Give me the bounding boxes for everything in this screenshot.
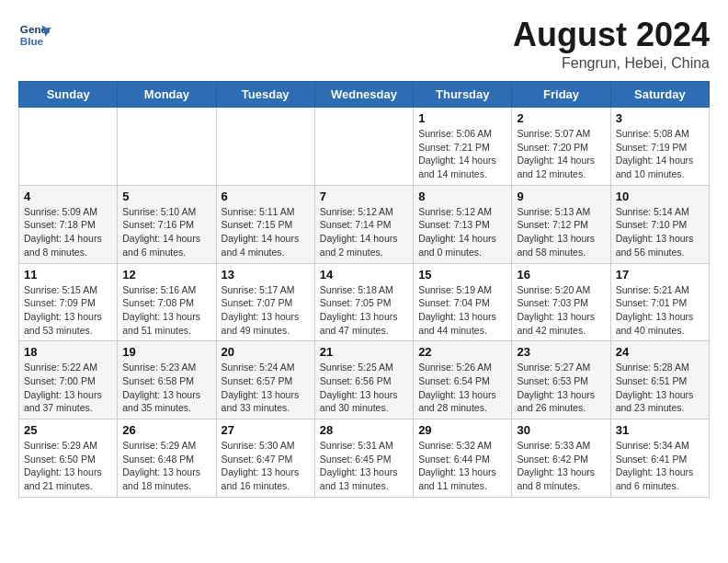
day-cell: 24Sunrise: 5:28 AM Sunset: 6:51 PM Dayli… <box>610 341 709 419</box>
day-info: Sunrise: 5:27 AM Sunset: 6:53 PM Dayligh… <box>517 361 605 415</box>
day-info: Sunrise: 5:28 AM Sunset: 6:51 PM Dayligh… <box>616 361 704 415</box>
day-info: Sunrise: 5:12 AM Sunset: 7:13 PM Dayligh… <box>418 205 506 259</box>
weekday-header-thursday: Thursday <box>414 82 512 108</box>
day-cell: 4Sunrise: 5:09 AM Sunset: 7:18 PM Daylig… <box>19 185 118 263</box>
day-number: 29 <box>418 423 506 437</box>
day-number: 18 <box>24 345 112 359</box>
week-row-1: 1Sunrise: 5:06 AM Sunset: 7:21 PM Daylig… <box>19 108 710 186</box>
day-number: 25 <box>24 423 112 437</box>
day-cell: 13Sunrise: 5:17 AM Sunset: 7:07 PM Dayli… <box>216 263 314 341</box>
day-cell: 29Sunrise: 5:32 AM Sunset: 6:44 PM Dayli… <box>414 419 512 498</box>
day-cell: 1Sunrise: 5:06 AM Sunset: 7:21 PM Daylig… <box>414 108 512 186</box>
day-number: 11 <box>24 268 112 282</box>
day-cell: 21Sunrise: 5:25 AM Sunset: 6:56 PM Dayli… <box>314 341 413 419</box>
day-number: 9 <box>517 190 605 203</box>
logo: General Blue <box>18 18 51 52</box>
day-cell: 18Sunrise: 5:22 AM Sunset: 7:00 PM Dayli… <box>19 341 118 419</box>
day-cell: 31Sunrise: 5:34 AM Sunset: 6:41 PM Dayli… <box>610 419 709 498</box>
day-info: Sunrise: 5:29 AM Sunset: 6:48 PM Dayligh… <box>122 439 210 493</box>
day-number: 14 <box>320 268 408 282</box>
day-cell: 14Sunrise: 5:18 AM Sunset: 7:05 PM Dayli… <box>314 263 413 341</box>
day-info: Sunrise: 5:14 AM Sunset: 7:10 PM Dayligh… <box>616 205 704 259</box>
weekday-header-monday: Monday <box>118 82 216 108</box>
day-number: 23 <box>517 345 605 359</box>
weekday-header-sunday: Sunday <box>19 82 118 108</box>
header: General Blue August 2024 Fengrun, Hebei,… <box>18 18 710 72</box>
day-info: Sunrise: 5:26 AM Sunset: 6:54 PM Dayligh… <box>418 361 506 415</box>
day-number: 28 <box>320 423 408 437</box>
day-info: Sunrise: 5:25 AM Sunset: 6:56 PM Dayligh… <box>320 361 408 415</box>
day-info: Sunrise: 5:06 AM Sunset: 7:21 PM Dayligh… <box>418 127 506 181</box>
day-number: 16 <box>517 268 605 282</box>
day-cell: 12Sunrise: 5:16 AM Sunset: 7:08 PM Dayli… <box>118 263 216 341</box>
day-info: Sunrise: 5:20 AM Sunset: 7:03 PM Dayligh… <box>517 283 605 338</box>
weekday-header-row: SundayMondayTuesdayWednesdayThursdayFrid… <box>19 82 710 108</box>
day-cell: 23Sunrise: 5:27 AM Sunset: 6:53 PM Dayli… <box>512 341 610 419</box>
day-info: Sunrise: 5:33 AM Sunset: 6:42 PM Dayligh… <box>517 439 605 493</box>
day-cell: 10Sunrise: 5:14 AM Sunset: 7:10 PM Dayli… <box>610 185 709 263</box>
location-subtitle: Fengrun, Hebei, China <box>513 55 710 72</box>
day-number: 24 <box>616 345 704 359</box>
day-info: Sunrise: 5:21 AM Sunset: 7:01 PM Dayligh… <box>616 283 704 338</box>
day-number: 21 <box>320 345 408 359</box>
calendar-body: 1Sunrise: 5:06 AM Sunset: 7:21 PM Daylig… <box>19 108 710 498</box>
day-cell: 19Sunrise: 5:23 AM Sunset: 6:58 PM Dayli… <box>118 341 216 419</box>
weekday-header-friday: Friday <box>512 82 610 108</box>
day-cell: 22Sunrise: 5:26 AM Sunset: 6:54 PM Dayli… <box>414 341 512 419</box>
day-cell: 20Sunrise: 5:24 AM Sunset: 6:57 PM Dayli… <box>216 341 314 419</box>
day-number: 22 <box>418 345 506 359</box>
day-cell: 11Sunrise: 5:15 AM Sunset: 7:09 PM Dayli… <box>19 263 118 341</box>
day-cell: 5Sunrise: 5:10 AM Sunset: 7:16 PM Daylig… <box>118 185 216 263</box>
day-cell <box>19 108 118 186</box>
day-info: Sunrise: 5:31 AM Sunset: 6:45 PM Dayligh… <box>320 439 408 493</box>
day-number: 7 <box>320 190 408 203</box>
day-cell: 9Sunrise: 5:13 AM Sunset: 7:12 PM Daylig… <box>512 185 610 263</box>
day-number: 26 <box>122 423 210 437</box>
day-number: 6 <box>222 190 310 203</box>
day-info: Sunrise: 5:11 AM Sunset: 7:15 PM Dayligh… <box>222 205 310 259</box>
weekday-header-wednesday: Wednesday <box>314 82 413 108</box>
logo-icon: General Blue <box>18 18 51 52</box>
day-cell: 25Sunrise: 5:29 AM Sunset: 6:50 PM Dayli… <box>19 419 118 498</box>
day-number: 20 <box>222 345 310 359</box>
day-number: 1 <box>418 111 506 125</box>
day-info: Sunrise: 5:19 AM Sunset: 7:04 PM Dayligh… <box>418 283 506 338</box>
week-row-4: 18Sunrise: 5:22 AM Sunset: 7:00 PM Dayli… <box>19 341 710 419</box>
day-cell: 6Sunrise: 5:11 AM Sunset: 7:15 PM Daylig… <box>216 185 314 263</box>
month-title: August 2024 <box>513 18 710 52</box>
day-info: Sunrise: 5:29 AM Sunset: 6:50 PM Dayligh… <box>24 439 112 493</box>
day-number: 5 <box>122 190 210 203</box>
day-number: 12 <box>122 268 210 282</box>
day-cell: 16Sunrise: 5:20 AM Sunset: 7:03 PM Dayli… <box>512 263 610 341</box>
day-info: Sunrise: 5:18 AM Sunset: 7:05 PM Dayligh… <box>320 283 408 338</box>
day-cell: 8Sunrise: 5:12 AM Sunset: 7:13 PM Daylig… <box>414 185 512 263</box>
day-info: Sunrise: 5:17 AM Sunset: 7:07 PM Dayligh… <box>222 283 310 338</box>
day-cell: 15Sunrise: 5:19 AM Sunset: 7:04 PM Dayli… <box>414 263 512 341</box>
day-cell <box>216 108 314 186</box>
week-row-5: 25Sunrise: 5:29 AM Sunset: 6:50 PM Dayli… <box>19 419 710 498</box>
day-info: Sunrise: 5:09 AM Sunset: 7:18 PM Dayligh… <box>24 205 112 259</box>
day-cell: 26Sunrise: 5:29 AM Sunset: 6:48 PM Dayli… <box>118 419 216 498</box>
day-info: Sunrise: 5:13 AM Sunset: 7:12 PM Dayligh… <box>517 205 605 259</box>
day-cell: 7Sunrise: 5:12 AM Sunset: 7:14 PM Daylig… <box>314 185 413 263</box>
day-info: Sunrise: 5:16 AM Sunset: 7:08 PM Dayligh… <box>122 283 210 338</box>
day-number: 2 <box>517 111 605 125</box>
day-number: 27 <box>222 423 310 437</box>
week-row-3: 11Sunrise: 5:15 AM Sunset: 7:09 PM Dayli… <box>19 263 710 341</box>
day-cell: 3Sunrise: 5:08 AM Sunset: 7:19 PM Daylig… <box>610 108 709 186</box>
day-info: Sunrise: 5:34 AM Sunset: 6:41 PM Dayligh… <box>616 439 704 493</box>
day-number: 4 <box>24 190 112 203</box>
day-number: 31 <box>616 423 704 437</box>
day-number: 8 <box>418 190 506 203</box>
day-number: 15 <box>418 268 506 282</box>
day-cell: 30Sunrise: 5:33 AM Sunset: 6:42 PM Dayli… <box>512 419 610 498</box>
svg-text:Blue: Blue <box>20 35 44 47</box>
title-area: August 2024 Fengrun, Hebei, China <box>513 18 710 72</box>
day-cell <box>314 108 413 186</box>
day-info: Sunrise: 5:23 AM Sunset: 6:58 PM Dayligh… <box>122 361 210 415</box>
day-info: Sunrise: 5:24 AM Sunset: 6:57 PM Dayligh… <box>222 361 310 415</box>
day-cell: 2Sunrise: 5:07 AM Sunset: 7:20 PM Daylig… <box>512 108 610 186</box>
week-row-2: 4Sunrise: 5:09 AM Sunset: 7:18 PM Daylig… <box>19 185 710 263</box>
day-cell: 28Sunrise: 5:31 AM Sunset: 6:45 PM Dayli… <box>314 419 413 498</box>
day-info: Sunrise: 5:07 AM Sunset: 7:20 PM Dayligh… <box>517 127 605 181</box>
